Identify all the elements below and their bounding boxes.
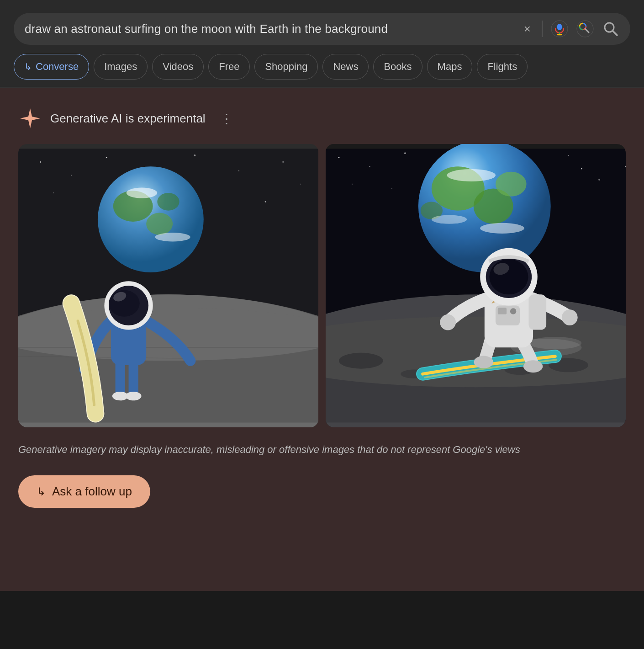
generated-images-row bbox=[18, 144, 626, 427]
ask-followup-button[interactable]: ↳ Ask a follow up bbox=[18, 475, 150, 508]
generated-image-2[interactable] bbox=[326, 144, 626, 427]
svg-point-87 bbox=[510, 308, 517, 314]
tab-shopping-label: Shopping bbox=[265, 61, 307, 73]
svg-point-83 bbox=[474, 356, 494, 368]
svg-rect-40 bbox=[129, 361, 138, 396]
svg-point-70 bbox=[432, 215, 467, 223]
search-bar-container: draw an astronaut surfing on the moon wi… bbox=[14, 13, 630, 45]
search-magnify-icon[interactable] bbox=[602, 20, 619, 37]
svg-point-61 bbox=[581, 168, 582, 170]
generative-ai-icon bbox=[18, 106, 42, 130]
followup-button-label: Ask a follow up bbox=[52, 484, 132, 499]
ai-menu-button[interactable]: ⋮ bbox=[216, 109, 237, 128]
tab-flights[interactable]: Flights bbox=[477, 54, 528, 80]
svg-point-26 bbox=[146, 213, 173, 235]
svg-point-18 bbox=[238, 170, 239, 171]
svg-point-20 bbox=[300, 184, 301, 185]
svg-point-51 bbox=[404, 152, 406, 154]
tab-converse-label: Converse bbox=[36, 61, 79, 73]
svg-point-75 bbox=[326, 317, 626, 388]
tab-videos[interactable]: Videos bbox=[152, 54, 204, 80]
icon-divider bbox=[542, 21, 543, 37]
filter-tabs-row: ↳ Converse Images Videos Free Shopping N… bbox=[14, 54, 630, 87]
svg-point-56 bbox=[598, 179, 600, 181]
tab-shopping[interactable]: Shopping bbox=[254, 54, 318, 80]
tab-books[interactable]: Books bbox=[373, 54, 422, 80]
tab-videos-label: Videos bbox=[163, 61, 193, 73]
svg-point-17 bbox=[194, 154, 196, 156]
svg-point-28 bbox=[127, 188, 158, 198]
search-query-text: draw an astronaut surfing on the moon wi… bbox=[25, 22, 515, 36]
svg-point-49 bbox=[338, 157, 340, 158]
svg-point-57 bbox=[352, 184, 353, 185]
tab-free[interactable]: Free bbox=[208, 54, 250, 80]
main-content-area: Generative AI is experimental ⋮ bbox=[0, 88, 644, 591]
tab-news[interactable]: News bbox=[322, 54, 369, 80]
tab-free-label: Free bbox=[219, 61, 239, 73]
svg-point-66 bbox=[496, 172, 527, 197]
svg-point-59 bbox=[391, 188, 392, 189]
tab-converse[interactable]: ↳ Converse bbox=[14, 54, 89, 80]
followup-arrow-icon: ↳ bbox=[37, 485, 46, 498]
svg-point-21 bbox=[53, 192, 54, 193]
ai-title: Generative AI is experimental bbox=[50, 112, 206, 126]
svg-point-55 bbox=[568, 155, 569, 156]
disclaimer-text: Generative imagery may display inaccurat… bbox=[18, 442, 626, 457]
converse-arrow: ↳ bbox=[24, 61, 32, 72]
svg-point-90 bbox=[562, 309, 578, 325]
svg-point-14 bbox=[71, 175, 72, 176]
search-bar-area: draw an astronaut surfing on the moon wi… bbox=[0, 0, 644, 87]
tab-flights-label: Flights bbox=[487, 61, 517, 73]
tab-maps[interactable]: Maps bbox=[427, 54, 473, 80]
tab-books-label: Books bbox=[384, 61, 412, 73]
svg-point-50 bbox=[370, 166, 370, 167]
svg-point-42 bbox=[126, 392, 142, 400]
clear-button[interactable]: × bbox=[521, 23, 533, 35]
tab-maps-label: Maps bbox=[438, 61, 462, 73]
microphone-icon[interactable] bbox=[551, 20, 568, 37]
lens-icon[interactable] bbox=[576, 20, 594, 37]
svg-point-22 bbox=[265, 201, 266, 202]
svg-point-69 bbox=[480, 223, 524, 234]
svg-point-29 bbox=[155, 233, 190, 241]
tab-images-label: Images bbox=[104, 61, 137, 73]
svg-point-82 bbox=[523, 360, 543, 372]
generated-image-1[interactable] bbox=[18, 144, 318, 427]
ai-header: Generative AI is experimental ⋮ bbox=[18, 106, 626, 130]
svg-point-89 bbox=[440, 314, 456, 330]
svg-point-13 bbox=[40, 161, 41, 163]
svg-point-19 bbox=[282, 161, 284, 163]
svg-point-93 bbox=[489, 259, 528, 294]
svg-line-9 bbox=[585, 29, 589, 32]
svg-point-15 bbox=[106, 157, 107, 158]
search-icons: × bbox=[521, 20, 619, 37]
tab-images[interactable]: Images bbox=[94, 54, 148, 80]
svg-point-68 bbox=[447, 169, 496, 181]
svg-rect-39 bbox=[116, 361, 125, 396]
svg-point-81 bbox=[528, 337, 581, 349]
svg-point-27 bbox=[157, 193, 179, 211]
svg-point-76 bbox=[339, 353, 383, 369]
svg-rect-86 bbox=[498, 308, 507, 314]
tab-news-label: News bbox=[333, 61, 358, 73]
svg-rect-1 bbox=[557, 24, 562, 30]
svg-rect-95 bbox=[528, 294, 546, 330]
svg-line-11 bbox=[612, 31, 617, 35]
